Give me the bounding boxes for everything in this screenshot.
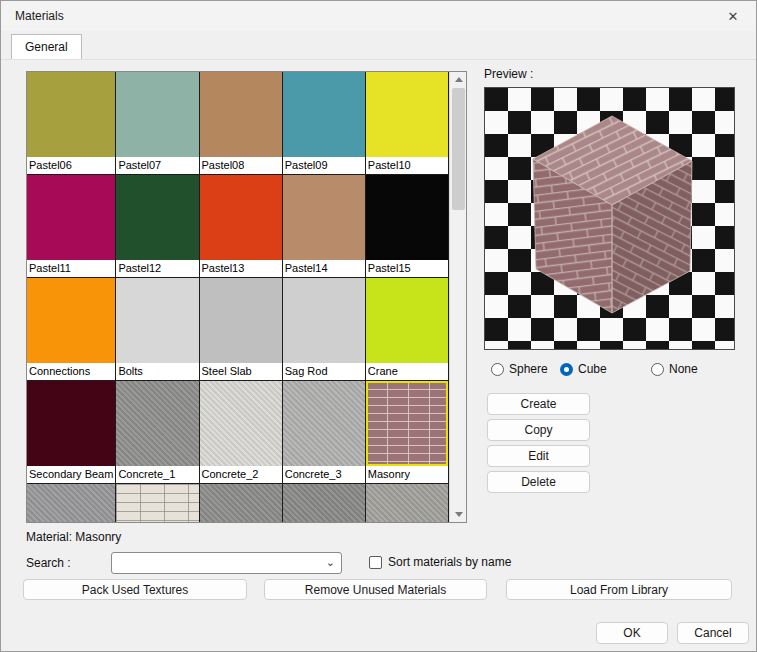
material-cell[interactable] bbox=[27, 484, 116, 522]
materials-listbox: Pastel06Pastel07Pastel08Pastel09Pastel10… bbox=[26, 71, 467, 523]
material-swatch bbox=[116, 381, 198, 466]
checkbox-box[interactable] bbox=[369, 556, 382, 569]
material-cell[interactable]: Pastel07 bbox=[116, 72, 199, 175]
copy-button[interactable]: Copy bbox=[487, 419, 590, 441]
materials-grid: Pastel06Pastel07Pastel08Pastel09Pastel10… bbox=[27, 72, 449, 522]
preview-radio-none[interactable]: None bbox=[651, 362, 698, 376]
edit-button-label: Edit bbox=[528, 449, 549, 463]
material-cell[interactable] bbox=[200, 484, 283, 522]
material-swatch bbox=[366, 484, 448, 522]
radio-icon[interactable] bbox=[491, 363, 504, 376]
preview-radio-sphere[interactable]: Sphere bbox=[491, 362, 548, 376]
window-title: Materials bbox=[15, 9, 64, 23]
material-cell[interactable]: Steel Slab bbox=[200, 278, 283, 381]
tab-divider bbox=[1, 59, 756, 60]
radio-icon[interactable] bbox=[651, 363, 664, 376]
material-swatch bbox=[283, 72, 365, 157]
preview-cube-image bbox=[485, 88, 734, 349]
material-cell[interactable]: Pastel06 bbox=[27, 72, 116, 175]
material-swatch bbox=[366, 175, 448, 260]
material-name: Bolts bbox=[116, 363, 198, 380]
load-from-library-button[interactable]: Load From Library bbox=[506, 579, 732, 600]
pack-used-textures-label: Pack Used Textures bbox=[82, 583, 189, 597]
material-cell[interactable]: Pastel14 bbox=[283, 175, 366, 278]
material-cell[interactable]: Crane bbox=[366, 278, 449, 381]
sort-by-name-checkbox[interactable]: Sort materials by name bbox=[369, 555, 511, 569]
close-icon: ✕ bbox=[728, 9, 739, 24]
scroll-down-icon[interactable] bbox=[450, 507, 467, 522]
material-name: Concrete_3 bbox=[283, 466, 365, 483]
material-cell[interactable]: Concrete_2 bbox=[200, 381, 283, 484]
material-cell[interactable]: Pastel12 bbox=[116, 175, 199, 278]
material-cell[interactable]: Pastel13 bbox=[200, 175, 283, 278]
delete-button-label: Delete bbox=[521, 475, 556, 489]
remove-unused-materials-label: Remove Unused Materials bbox=[305, 583, 446, 597]
title-bar: Materials bbox=[1, 1, 756, 31]
material-cell[interactable]: Pastel10 bbox=[366, 72, 449, 175]
search-combobox[interactable]: ⌄ bbox=[111, 552, 342, 574]
material-cell[interactable]: Concrete_1 bbox=[116, 381, 199, 484]
close-button[interactable]: ✕ bbox=[710, 1, 756, 31]
ok-button[interactable]: OK bbox=[596, 622, 668, 644]
material-cell[interactable]: Masonry bbox=[366, 381, 449, 484]
copy-button-label: Copy bbox=[524, 423, 552, 437]
create-button[interactable]: Create bbox=[487, 393, 590, 415]
material-swatch bbox=[116, 278, 198, 363]
material-name: Concrete_2 bbox=[200, 466, 282, 483]
material-swatch bbox=[366, 72, 448, 157]
material-cell[interactable] bbox=[366, 484, 449, 522]
tab-general[interactable]: General bbox=[11, 34, 82, 59]
pack-used-textures-button[interactable]: Pack Used Textures bbox=[23, 579, 247, 600]
material-cell[interactable]: Pastel09 bbox=[283, 72, 366, 175]
material-swatch bbox=[200, 484, 282, 522]
create-button-label: Create bbox=[520, 397, 556, 411]
material-swatch bbox=[27, 484, 115, 522]
scroll-up-icon[interactable] bbox=[450, 72, 467, 87]
material-swatch bbox=[27, 72, 115, 157]
material-cell[interactable] bbox=[283, 484, 366, 522]
cancel-button[interactable]: Cancel bbox=[677, 622, 749, 644]
selected-material-status: Material: Masonry bbox=[26, 530, 121, 544]
material-swatch bbox=[283, 175, 365, 260]
material-name: Pastel12 bbox=[116, 260, 198, 277]
chevron-down-icon[interactable]: ⌄ bbox=[326, 556, 335, 569]
material-cell[interactable]: Pastel08 bbox=[200, 72, 283, 175]
materials-scrollbar[interactable] bbox=[449, 72, 466, 522]
material-cell[interactable] bbox=[116, 484, 199, 522]
ok-button-label: OK bbox=[623, 626, 640, 640]
radio-icon[interactable] bbox=[560, 363, 573, 376]
search-label: Search : bbox=[26, 556, 71, 570]
radio-label: None bbox=[669, 362, 698, 376]
cancel-button-label: Cancel bbox=[694, 626, 731, 640]
material-swatch bbox=[27, 381, 115, 466]
material-cell[interactable]: Connections bbox=[27, 278, 116, 381]
load-from-library-label: Load From Library bbox=[570, 583, 668, 597]
edit-button[interactable]: Edit bbox=[487, 445, 590, 467]
material-swatch bbox=[116, 484, 198, 522]
materials-dialog: Materials ✕ General Pastel06Pastel07Past… bbox=[0, 0, 757, 652]
radio-label: Sphere bbox=[509, 362, 548, 376]
material-swatch bbox=[200, 175, 282, 260]
scrollbar-thumb[interactable] bbox=[452, 88, 465, 210]
material-cell[interactable]: Secondary Beam bbox=[27, 381, 116, 484]
material-name: Steel Slab bbox=[200, 363, 282, 380]
material-swatch bbox=[200, 381, 282, 466]
delete-button[interactable]: Delete bbox=[487, 471, 590, 493]
material-cell[interactable]: Pastel15 bbox=[366, 175, 449, 278]
material-cell[interactable]: Bolts bbox=[116, 278, 199, 381]
material-cell[interactable]: Pastel11 bbox=[27, 175, 116, 278]
material-name: Pastel10 bbox=[366, 157, 448, 174]
material-name: Pastel13 bbox=[200, 260, 282, 277]
material-swatch bbox=[27, 278, 115, 363]
remove-unused-materials-button[interactable]: Remove Unused Materials bbox=[264, 579, 487, 600]
material-name: Pastel09 bbox=[283, 157, 365, 174]
material-swatch bbox=[283, 278, 365, 363]
material-name: Sag Rod bbox=[283, 363, 365, 380]
material-cell[interactable]: Concrete_3 bbox=[283, 381, 366, 484]
preview-radio-cube[interactable]: Cube bbox=[560, 362, 607, 376]
material-swatch bbox=[116, 175, 198, 260]
search-input[interactable] bbox=[116, 554, 316, 572]
material-cell[interactable]: Sag Rod bbox=[283, 278, 366, 381]
material-swatch bbox=[283, 484, 365, 522]
material-swatch bbox=[200, 72, 282, 157]
